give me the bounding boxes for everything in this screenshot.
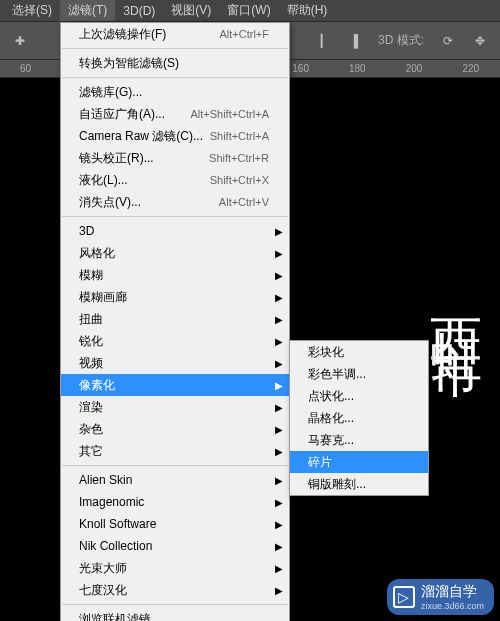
pan-icon[interactable]: ✥: [466, 27, 494, 55]
menu-item-adaptive-wide[interactable]: 自适应广角(A)... Alt+Shift+Ctrl+A: [61, 103, 289, 125]
menu-label: Nik Collection: [79, 539, 269, 553]
menu-3d[interactable]: 3D(D): [115, 2, 163, 20]
submenu-arrow-icon: ▶: [275, 446, 283, 457]
menu-item-blur[interactable]: 模糊 ▶: [61, 264, 289, 286]
menu-item-imagenomic[interactable]: Imagenomic ▶: [61, 491, 289, 513]
menu-item-qidu[interactable]: 七度汉化 ▶: [61, 579, 289, 601]
submenu-item-crystallize[interactable]: 晶格化...: [290, 407, 428, 429]
menu-shortcut: Shift+Ctrl+A: [210, 130, 269, 142]
menu-label: 浏览联机滤镜...: [79, 611, 269, 622]
menu-separator: [62, 465, 288, 466]
menu-shortcut: Alt+Ctrl+V: [219, 196, 269, 208]
menu-select[interactable]: 选择(S): [4, 0, 60, 21]
menu-item-stylize[interactable]: 风格化 ▶: [61, 242, 289, 264]
play-icon: ▷: [393, 586, 415, 608]
menu-separator: [62, 604, 288, 605]
submenu-item-color-half[interactable]: 彩色半调...: [290, 363, 428, 385]
menu-item-blur-gallery[interactable]: 模糊画廊 ▶: [61, 286, 289, 308]
menu-item-distort[interactable]: 扭曲 ▶: [61, 308, 289, 330]
menu-label: 风格化: [79, 245, 269, 262]
menu-shortcut: Shift+Ctrl+X: [210, 174, 269, 186]
menu-separator: [62, 77, 288, 78]
menu-item-video[interactable]: 视频 ▶: [61, 352, 289, 374]
submenu-item-mezzotint[interactable]: 铜版雕刻...: [290, 473, 428, 495]
submenu-arrow-icon: ▶: [275, 563, 283, 574]
menu-view[interactable]: 视图(V): [163, 0, 219, 21]
submenu-arrow-icon: ▶: [275, 380, 283, 391]
submenu-arrow-icon: ▶: [275, 292, 283, 303]
submenu-arrow-icon: ▶: [275, 270, 283, 281]
menu-item-last-filter[interactable]: 上次滤镜操作(F) Alt+Ctrl+F: [61, 23, 289, 45]
menu-item-alien-skin[interactable]: Alien Skin ▶: [61, 469, 289, 491]
menu-item-lens-correction[interactable]: 镜头校正(R)... Shift+Ctrl+R: [61, 147, 289, 169]
align-right-icon[interactable]: ▐: [340, 27, 368, 55]
menu-label: 彩色半调...: [308, 366, 408, 383]
menu-shortcut: Alt+Ctrl+F: [219, 28, 269, 40]
menu-item-knoll[interactable]: Knoll Software ▶: [61, 513, 289, 535]
menu-label: 自适应广角(A)...: [79, 106, 190, 123]
menu-item-sharpen[interactable]: 锐化 ▶: [61, 330, 289, 352]
menu-label: 七度汉化: [79, 582, 269, 599]
menu-help[interactable]: 帮助(H): [279, 0, 336, 21]
menu-shortcut: Alt+Shift+Ctrl+A: [190, 108, 269, 120]
orbit-icon[interactable]: ⟳: [434, 27, 462, 55]
menu-window[interactable]: 窗口(W): [219, 0, 278, 21]
menu-item-pixelate[interactable]: 像素化 ▶: [61, 374, 289, 396]
submenu-arrow-icon: ▶: [275, 497, 283, 508]
menu-shortcut: Shift+Ctrl+R: [209, 152, 269, 164]
menu-item-browse-online[interactable]: 浏览联机滤镜...: [61, 608, 289, 621]
menu-item-camera-raw[interactable]: Camera Raw 滤镜(C)... Shift+Ctrl+A: [61, 125, 289, 147]
pixelate-submenu: 彩块化 彩色半调... 点状化... 晶格化... 马赛克... 碎片 铜版雕刻…: [289, 340, 429, 496]
submenu-item-fragment[interactable]: 碎片: [290, 451, 428, 473]
menu-label: 点状化...: [308, 388, 408, 405]
submenu-arrow-icon: ▶: [275, 519, 283, 530]
menu-item-noise[interactable]: 杂色 ▶: [61, 418, 289, 440]
menu-label: 锐化: [79, 333, 269, 350]
menu-label: Imagenomic: [79, 495, 269, 509]
menu-label: 渲染: [79, 399, 269, 416]
watermark-title: 溜溜自学: [421, 583, 477, 599]
menu-label: 像素化: [79, 377, 269, 394]
submenu-item-color-halftone[interactable]: 彩块化: [290, 341, 428, 363]
submenu-item-pointillize[interactable]: 点状化...: [290, 385, 428, 407]
menu-label: 3D: [79, 224, 269, 238]
menu-label: 碎片: [308, 454, 408, 471]
submenu-arrow-icon: ▶: [275, 475, 283, 486]
filter-menu-dropdown: 上次滤镜操作(F) Alt+Ctrl+F 转换为智能滤镜(S) 滤镜库(G)..…: [60, 22, 290, 621]
menu-label: Alien Skin: [79, 473, 269, 487]
menu-item-guangshu[interactable]: 光束大师 ▶: [61, 557, 289, 579]
menu-item-render[interactable]: 渲染 ▶: [61, 396, 289, 418]
menu-label: 消失点(V)...: [79, 194, 219, 211]
submenu-item-mosaic[interactable]: 马赛克...: [290, 429, 428, 451]
menu-item-vanishing-point[interactable]: 消失点(V)... Alt+Ctrl+V: [61, 191, 289, 213]
menu-item-nik[interactable]: Nik Collection ▶: [61, 535, 289, 557]
menu-filter[interactable]: 滤镜(T): [60, 0, 115, 21]
menu-item-other[interactable]: 其它 ▶: [61, 440, 289, 462]
menu-label: 杂色: [79, 421, 269, 438]
menu-label: Knoll Software: [79, 517, 269, 531]
menu-item-3d[interactable]: 3D ▶: [61, 220, 289, 242]
ruler-tick: 160: [292, 63, 309, 74]
menu-label: 扭曲: [79, 311, 269, 328]
menu-label: 镜头校正(R)...: [79, 150, 209, 167]
menu-label: 铜版雕刻...: [308, 476, 408, 493]
menu-item-convert-smart[interactable]: 转换为智能滤镜(S): [61, 52, 289, 74]
submenu-arrow-icon: ▶: [275, 541, 283, 552]
menu-label: 晶格化...: [308, 410, 408, 427]
menu-label: 光束大师: [79, 560, 269, 577]
menu-item-liquify[interactable]: 液化(L)... Shift+Ctrl+X: [61, 169, 289, 191]
menu-label: 彩块化: [308, 344, 408, 361]
ruler-tick: 180: [349, 63, 366, 74]
submenu-arrow-icon: ▶: [275, 402, 283, 413]
menu-label: 模糊画廊: [79, 289, 269, 306]
submenu-arrow-icon: ▶: [275, 226, 283, 237]
tool-icon[interactable]: ✚: [6, 27, 34, 55]
watermark-subtitle: zixue.3d66.com: [421, 601, 484, 611]
submenu-arrow-icon: ▶: [275, 248, 283, 259]
menu-label: 上次滤镜操作(F): [79, 26, 219, 43]
align-center-icon[interactable]: ┃: [308, 27, 336, 55]
menu-label: 马赛克...: [308, 432, 408, 449]
menu-label: 转换为智能滤镜(S): [79, 55, 269, 72]
submenu-arrow-icon: ▶: [275, 585, 283, 596]
menu-item-filter-gallery[interactable]: 滤镜库(G)...: [61, 81, 289, 103]
